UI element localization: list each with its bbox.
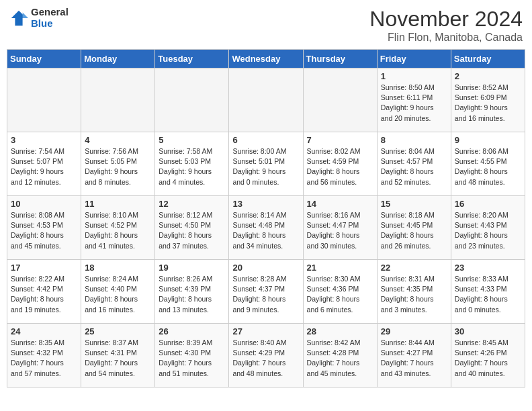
day-number: 27: [232, 326, 299, 336]
day-cell: [155, 68, 229, 132]
day-cell: 8Sunrise: 8:04 AM Sunset: 4:57 PM Daylig…: [377, 132, 451, 196]
logo-blue: Blue: [31, 18, 69, 30]
location: Flin Flon, Manitoba, Canada: [369, 32, 523, 44]
header-tuesday: Tuesday: [155, 50, 229, 68]
calendar-body: 1Sunrise: 8:50 AM Sunset: 6:11 PM Daylig…: [7, 68, 525, 387]
day-info: Sunrise: 8:30 AM Sunset: 4:36 PM Dayligh…: [307, 274, 373, 315]
day-number: 11: [85, 199, 151, 209]
day-cell: 7Sunrise: 8:02 AM Sunset: 4:59 PM Daylig…: [303, 132, 377, 196]
week-row-0: 1Sunrise: 8:50 AM Sunset: 6:11 PM Daylig…: [7, 68, 525, 132]
day-number: 15: [381, 199, 447, 209]
day-cell: 23Sunrise: 8:33 AM Sunset: 4:33 PM Dayli…: [451, 260, 525, 324]
day-cell: 16Sunrise: 8:20 AM Sunset: 4:43 PM Dayli…: [451, 196, 525, 260]
day-info: Sunrise: 8:00 AM Sunset: 5:01 PM Dayligh…: [232, 146, 299, 187]
day-number: 5: [159, 135, 225, 145]
day-number: 8: [381, 135, 447, 145]
day-info: Sunrise: 8:31 AM Sunset: 4:35 PM Dayligh…: [381, 274, 447, 315]
day-number: 1: [381, 71, 447, 81]
day-info: Sunrise: 8:16 AM Sunset: 4:47 PM Dayligh…: [307, 210, 373, 251]
calendar-header: SundayMondayTuesdayWednesdayThursdayFrid…: [7, 50, 525, 68]
day-number: 25: [85, 326, 151, 336]
day-number: 29: [381, 326, 447, 336]
day-cell: 27Sunrise: 8:40 AM Sunset: 4:29 PM Dayli…: [229, 324, 303, 387]
day-cell: 30Sunrise: 8:45 AM Sunset: 4:26 PM Dayli…: [451, 324, 525, 387]
week-row-3: 17Sunrise: 8:22 AM Sunset: 4:42 PM Dayli…: [7, 260, 525, 324]
day-info: Sunrise: 8:04 AM Sunset: 4:57 PM Dayligh…: [381, 146, 447, 187]
day-cell: 15Sunrise: 8:18 AM Sunset: 4:45 PM Dayli…: [377, 196, 451, 260]
svg-marker-1: [23, 12, 28, 17]
day-info: Sunrise: 8:44 AM Sunset: 4:27 PM Dayligh…: [381, 338, 447, 379]
day-info: Sunrise: 8:18 AM Sunset: 4:45 PM Dayligh…: [381, 210, 447, 251]
day-number: 30: [455, 326, 521, 336]
day-cell: 11Sunrise: 8:10 AM Sunset: 4:52 PM Dayli…: [81, 196, 155, 260]
day-info: Sunrise: 8:45 AM Sunset: 4:26 PM Dayligh…: [455, 338, 521, 379]
day-number: 3: [11, 135, 77, 145]
day-cell: 4Sunrise: 7:56 AM Sunset: 5:05 PM Daylig…: [81, 132, 155, 196]
calendar-table: SundayMondayTuesdayWednesdayThursdayFrid…: [7, 49, 525, 387]
day-cell: [229, 68, 303, 132]
day-cell: 1Sunrise: 8:50 AM Sunset: 6:11 PM Daylig…: [377, 68, 451, 132]
month-title: November 2024: [369, 7, 523, 32]
day-cell: 17Sunrise: 8:22 AM Sunset: 4:42 PM Dayli…: [7, 260, 81, 324]
day-cell: 6Sunrise: 8:00 AM Sunset: 5:01 PM Daylig…: [229, 132, 303, 196]
day-cell: 21Sunrise: 8:30 AM Sunset: 4:36 PM Dayli…: [303, 260, 377, 324]
day-info: Sunrise: 8:06 AM Sunset: 4:55 PM Dayligh…: [455, 146, 521, 187]
logo: General Blue: [9, 7, 69, 29]
day-cell: [7, 68, 81, 132]
day-info: Sunrise: 8:08 AM Sunset: 4:53 PM Dayligh…: [11, 210, 77, 251]
header-sunday: Sunday: [7, 50, 81, 68]
day-cell: 5Sunrise: 7:58 AM Sunset: 5:03 PM Daylig…: [155, 132, 229, 196]
day-number: 20: [232, 263, 299, 273]
logo-text: General Blue: [31, 7, 69, 29]
day-number: 10: [11, 199, 77, 209]
day-info: Sunrise: 8:02 AM Sunset: 4:59 PM Dayligh…: [307, 146, 373, 187]
day-info: Sunrise: 7:56 AM Sunset: 5:05 PM Dayligh…: [85, 146, 151, 187]
week-row-1: 3Sunrise: 7:54 AM Sunset: 5:07 PM Daylig…: [7, 132, 525, 196]
day-cell: 10Sunrise: 8:08 AM Sunset: 4:53 PM Dayli…: [7, 196, 81, 260]
week-row-2: 10Sunrise: 8:08 AM Sunset: 4:53 PM Dayli…: [7, 196, 525, 260]
header-monday: Monday: [81, 50, 155, 68]
day-info: Sunrise: 8:26 AM Sunset: 4:39 PM Dayligh…: [159, 274, 225, 315]
day-number: 22: [381, 263, 447, 273]
day-number: 4: [85, 135, 151, 145]
day-cell: 20Sunrise: 8:28 AM Sunset: 4:37 PM Dayli…: [229, 260, 303, 324]
day-info: Sunrise: 7:58 AM Sunset: 5:03 PM Dayligh…: [159, 146, 225, 187]
day-cell: 28Sunrise: 8:42 AM Sunset: 4:28 PM Dayli…: [303, 324, 377, 387]
day-cell: 19Sunrise: 8:26 AM Sunset: 4:39 PM Dayli…: [155, 260, 229, 324]
title-block: November 2024 Flin Flon, Manitoba, Canad…: [369, 7, 523, 44]
day-cell: 24Sunrise: 8:35 AM Sunset: 4:32 PM Dayli…: [7, 324, 81, 387]
day-number: 24: [11, 326, 77, 336]
day-number: 28: [307, 326, 373, 336]
day-info: Sunrise: 8:39 AM Sunset: 4:30 PM Dayligh…: [159, 338, 225, 379]
day-number: 21: [307, 263, 373, 273]
day-number: 17: [11, 263, 77, 273]
page-header: General Blue November 2024 Flin Flon, Ma…: [7, 7, 525, 44]
day-number: 16: [455, 199, 521, 209]
day-info: Sunrise: 8:33 AM Sunset: 4:33 PM Dayligh…: [455, 274, 521, 315]
day-cell: 18Sunrise: 8:24 AM Sunset: 4:40 PM Dayli…: [81, 260, 155, 324]
day-cell: [81, 68, 155, 132]
day-number: 18: [85, 263, 151, 273]
day-info: Sunrise: 8:37 AM Sunset: 4:31 PM Dayligh…: [85, 338, 151, 379]
day-info: Sunrise: 8:24 AM Sunset: 4:40 PM Dayligh…: [85, 274, 151, 315]
day-info: Sunrise: 8:14 AM Sunset: 4:48 PM Dayligh…: [232, 210, 299, 251]
week-row-4: 24Sunrise: 8:35 AM Sunset: 4:32 PM Dayli…: [7, 324, 525, 387]
day-info: Sunrise: 8:10 AM Sunset: 4:52 PM Dayligh…: [85, 210, 151, 251]
day-number: 6: [232, 135, 299, 145]
day-info: Sunrise: 7:54 AM Sunset: 5:07 PM Dayligh…: [11, 146, 77, 187]
day-cell: 13Sunrise: 8:14 AM Sunset: 4:48 PM Dayli…: [229, 196, 303, 260]
day-info: Sunrise: 8:52 AM Sunset: 6:09 PM Dayligh…: [455, 83, 521, 124]
logo-general: General: [31, 7, 69, 18]
day-info: Sunrise: 8:40 AM Sunset: 4:29 PM Dayligh…: [232, 338, 299, 379]
day-number: 9: [455, 135, 521, 145]
day-cell: 3Sunrise: 7:54 AM Sunset: 5:07 PM Daylig…: [7, 132, 81, 196]
header-friday: Friday: [377, 50, 451, 68]
header-thursday: Thursday: [303, 50, 377, 68]
day-number: 13: [232, 199, 299, 209]
day-info: Sunrise: 8:12 AM Sunset: 4:50 PM Dayligh…: [159, 210, 225, 251]
day-number: 19: [159, 263, 225, 273]
header-wednesday: Wednesday: [229, 50, 303, 68]
day-info: Sunrise: 8:22 AM Sunset: 4:42 PM Dayligh…: [11, 274, 77, 315]
day-cell: [303, 68, 377, 132]
day-cell: 12Sunrise: 8:12 AM Sunset: 4:50 PM Dayli…: [155, 196, 229, 260]
